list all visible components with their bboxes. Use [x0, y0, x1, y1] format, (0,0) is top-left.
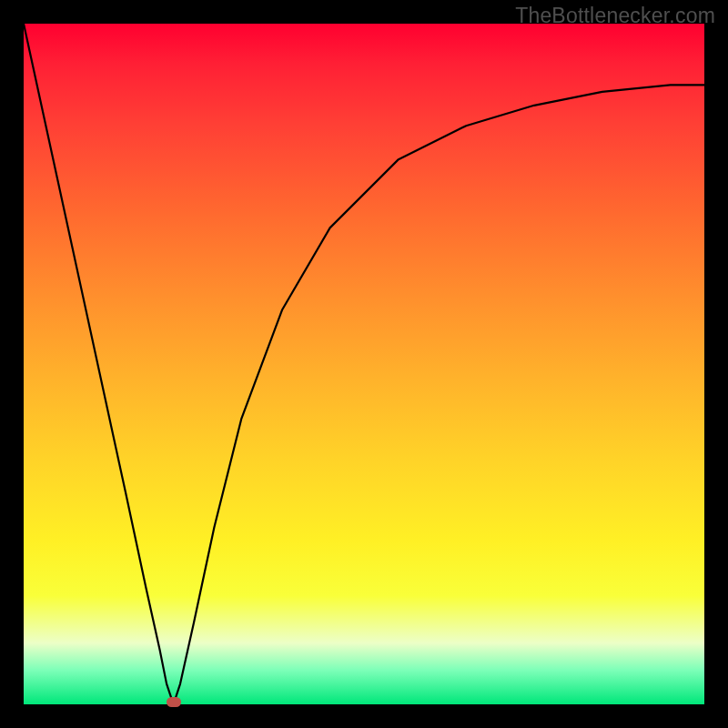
optimal-point-marker — [167, 697, 181, 707]
chart-frame: TheBottlenecker.com — [0, 0, 728, 728]
bottleneck-curve — [24, 24, 704, 704]
plot-area — [24, 24, 704, 704]
curve-svg — [24, 24, 704, 704]
